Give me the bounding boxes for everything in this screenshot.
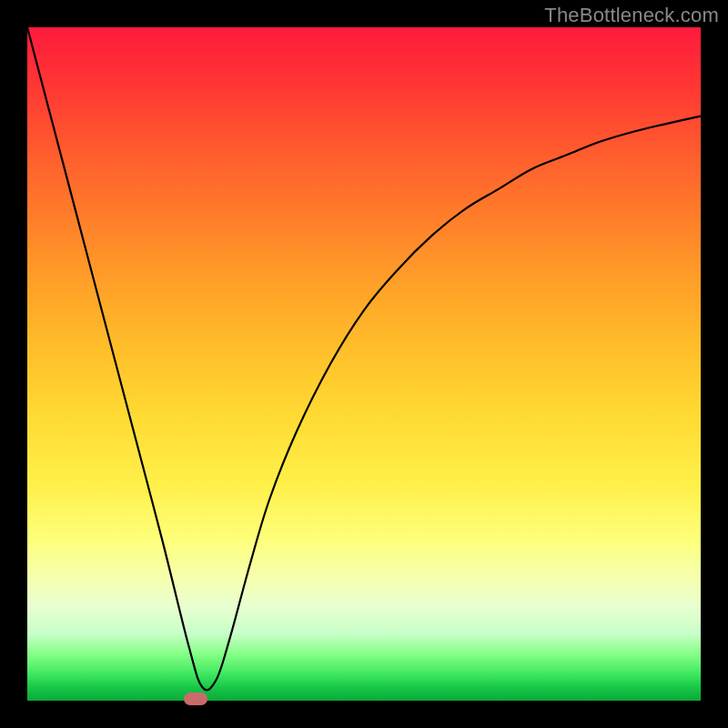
bottleneck-curve <box>27 27 701 701</box>
plot-area <box>27 27 701 701</box>
optimal-marker <box>184 693 207 705</box>
watermark-text: TheBottleneck.com <box>544 4 719 27</box>
chart-frame: TheBottleneck.com <box>0 0 728 728</box>
